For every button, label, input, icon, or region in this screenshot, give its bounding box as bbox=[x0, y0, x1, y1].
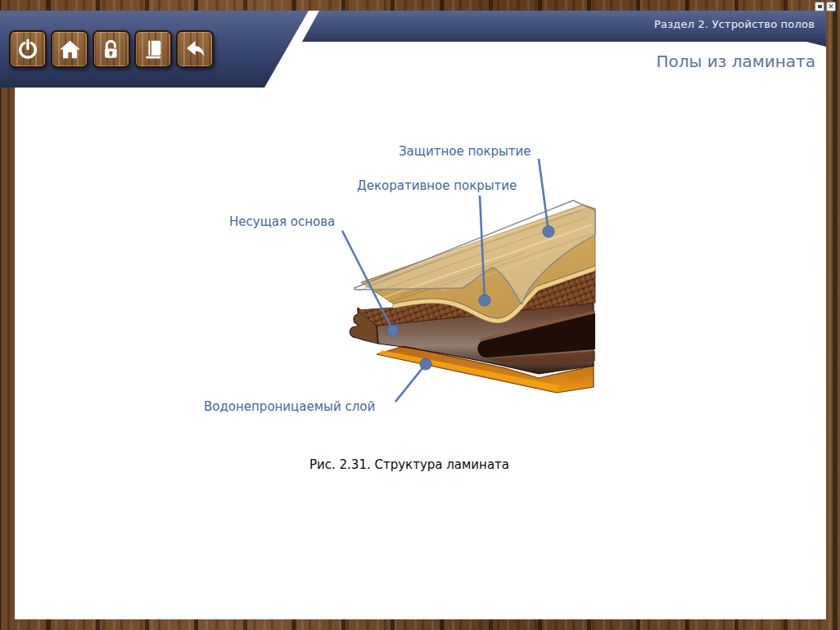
section-title: Раздел 2. Устройство полов bbox=[654, 18, 815, 30]
toolbar bbox=[9, 30, 214, 68]
lock-button[interactable] bbox=[93, 30, 130, 68]
back-icon bbox=[183, 38, 206, 61]
dot-base bbox=[387, 325, 399, 336]
label-protective-layer: Защитное покрытие bbox=[399, 144, 531, 159]
power-icon bbox=[17, 38, 38, 60]
home-icon bbox=[59, 38, 81, 61]
book-icon bbox=[142, 38, 165, 61]
label-base-layer: Несущая основа bbox=[229, 214, 335, 229]
laminate-structure-figure bbox=[196, 135, 598, 405]
header-bar: Раздел 2. Устройство полов bbox=[295, 11, 826, 47]
minimize-button[interactable] bbox=[815, 2, 824, 11]
power-button[interactable] bbox=[9, 30, 47, 68]
app-window: { "window": { "minimize_glyph": "", "clo… bbox=[0, 0, 840, 630]
label-waterproof-layer: Водонепроницаемый слой bbox=[204, 399, 375, 414]
label-decorative-layer: Декоративное покрытие bbox=[357, 178, 517, 193]
back-button[interactable] bbox=[176, 30, 214, 68]
figure-caption: Рис. 2.31. Структура ламината bbox=[246, 457, 573, 472]
dot-protective bbox=[543, 226, 554, 237]
close-icon: ✕ bbox=[828, 3, 834, 11]
book-button[interactable] bbox=[134, 30, 172, 68]
page-title: Полы из ламината bbox=[656, 52, 815, 71]
lock-icon bbox=[101, 38, 123, 61]
close-button[interactable]: ✕ bbox=[826, 2, 836, 11]
minimize-icon bbox=[818, 5, 822, 8]
dot-waterproof bbox=[420, 358, 431, 370]
home-button[interactable] bbox=[51, 30, 88, 68]
dot-decorative bbox=[479, 295, 490, 306]
